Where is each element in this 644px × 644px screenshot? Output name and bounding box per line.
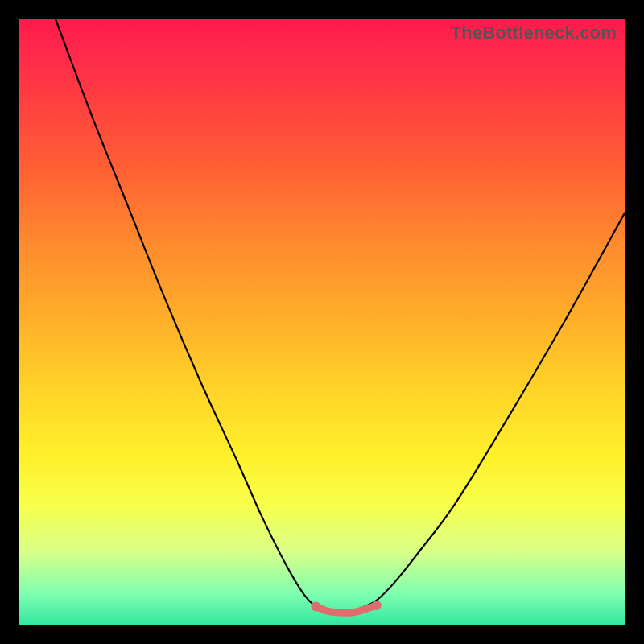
curve-layer xyxy=(19,19,625,625)
optimal-zone-end-dot xyxy=(372,601,382,610)
optimal-zone-path xyxy=(316,605,376,613)
bottleneck-curve-path xyxy=(56,19,625,613)
optimal-zone-start-dot xyxy=(311,601,320,611)
chart-frame: TheBottleneck.com xyxy=(0,0,644,644)
plot-area: TheBottleneck.com xyxy=(19,19,625,625)
